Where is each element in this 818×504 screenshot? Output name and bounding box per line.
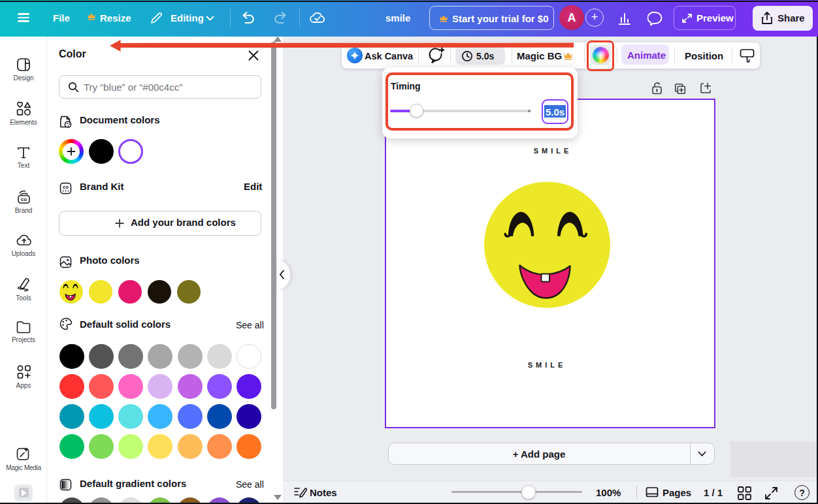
svg-text:co: co [20,197,26,202]
svg-text:co: co [63,184,69,190]
